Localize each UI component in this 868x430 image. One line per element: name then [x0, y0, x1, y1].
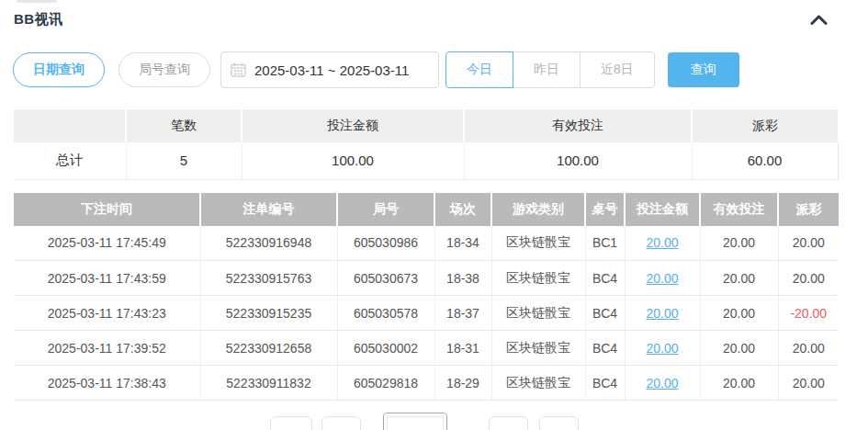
records-header-table-number: 桌号 — [585, 193, 625, 226]
pagination-last-button[interactable] — [539, 416, 579, 430]
cell-payout: 20.00 — [778, 226, 839, 261]
cell-game-type: 区块链骰宝 — [491, 331, 585, 366]
cell-session: 18-34 — [434, 226, 491, 261]
record-row: 2025-03-11 17:43:23522330915235605030578… — [14, 296, 839, 331]
cell-order-number: 522330916948 — [200, 226, 337, 261]
records-header-order-number: 注单编号 — [200, 193, 337, 226]
cell-round-number: 605030986 — [337, 226, 434, 261]
cell-valid-bet: 20.00 — [700, 261, 778, 296]
bet-amount-link[interactable]: 20.00 — [646, 376, 678, 390]
pagination-page-select[interactable] — [383, 413, 447, 430]
calendar-icon — [231, 62, 246, 77]
cell-table-number: BC4 — [585, 331, 625, 366]
cell-bet-amount: 20.00 — [625, 296, 700, 331]
records-header-round-number: 局号 — [337, 193, 434, 226]
bb-video-panel: BB视讯 日期查询 局号查询 2025-03-11 ~ 2025-03-11 — [0, 0, 868, 430]
summary-header-empty — [14, 109, 126, 142]
summary-total-count: 5 — [126, 142, 242, 179]
tab-round-query[interactable]: 局号查询 — [118, 52, 210, 87]
collapse-button[interactable] — [806, 10, 830, 28]
cell-table-number: BC4 — [585, 296, 625, 331]
top-edge-fragment — [17, 0, 57, 3]
cell-payout: 20.00 — [778, 366, 839, 401]
cell-bet-time: 2025-03-11 17:43:23 — [14, 296, 200, 331]
record-row: 2025-03-11 17:38:43522330911832605029818… — [14, 366, 839, 401]
pagination-prev-button[interactable] — [321, 416, 361, 430]
cell-game-type: 区块链骰宝 — [491, 261, 585, 296]
tab-date-query[interactable]: 日期查询 — [13, 52, 105, 87]
record-row: 2025-03-11 17:43:59522330915763605030673… — [14, 261, 839, 296]
bet-amount-link[interactable]: 20.00 — [646, 341, 678, 356]
cell-session: 18-38 — [434, 261, 491, 296]
record-row: 2025-03-11 17:39:52522330912658605030002… — [14, 331, 839, 366]
cell-bet-time: 2025-03-11 17:39:52 — [14, 331, 200, 366]
records-header-bet-time: 下注时间 — [14, 193, 200, 226]
summary-header-valid-bet: 有效投注 — [464, 109, 692, 142]
records-header-session: 场次 — [434, 193, 491, 226]
cell-valid-bet: 20.00 — [700, 331, 778, 366]
pagination-first-button[interactable] — [270, 416, 312, 430]
summary-header-row: 笔数 投注金额 有效投注 派彩 — [14, 109, 838, 142]
summary-total-bet-amount: 100.00 — [242, 142, 464, 179]
date-range-value: 2025-03-11 ~ 2025-03-11 — [254, 62, 409, 78]
cell-bet-amount: 20.00 — [625, 366, 700, 401]
summary-table: 笔数 投注金额 有效投注 派彩 总计 5 100.00 100.00 60.00 — [14, 109, 839, 180]
bet-amount-link[interactable]: 20.00 — [646, 271, 678, 286]
summary-total-label: 总计 — [14, 142, 126, 179]
cell-order-number: 522330912658 — [200, 331, 337, 366]
cell-table-number: BC4 — [585, 366, 625, 401]
quick-range-group: 今日 昨日 近8日 — [445, 51, 655, 88]
summary-total-valid-bet: 100.00 — [464, 142, 692, 179]
record-row: 2025-03-11 17:45:49522330916948605030986… — [14, 226, 839, 261]
cell-payout: -20.00 — [778, 296, 839, 331]
cell-bet-time: 2025-03-11 17:38:43 — [14, 366, 200, 401]
cell-bet-amount: 20.00 — [625, 331, 700, 366]
date-range-input[interactable]: 2025-03-11 ~ 2025-03-11 — [220, 51, 439, 88]
cell-session: 18-37 — [434, 296, 491, 331]
range-yesterday-button[interactable]: 昨日 — [513, 51, 581, 88]
cell-game-type: 区块链骰宝 — [491, 226, 585, 261]
records-header-game-type: 游戏类别 — [491, 193, 585, 226]
pagination-page-select-inner — [387, 416, 444, 430]
cell-session: 18-31 — [434, 331, 491, 366]
cell-order-number: 522330915235 — [200, 296, 337, 331]
cell-valid-bet: 20.00 — [700, 296, 778, 331]
cell-round-number: 605030673 — [337, 261, 434, 296]
summary-header-bet-amount: 投注金额 — [242, 109, 464, 142]
summary-header-payout: 派彩 — [692, 109, 838, 142]
cell-payout: 20.00 — [778, 331, 839, 366]
cell-table-number: BC1 — [585, 226, 625, 261]
cell-session: 18-29 — [434, 366, 491, 401]
records-header-payout: 派彩 — [778, 193, 839, 226]
pagination-next-button[interactable] — [489, 416, 528, 430]
cell-bet-time: 2025-03-11 17:45:49 — [14, 226, 200, 261]
cell-order-number: 522330911832 — [200, 366, 337, 401]
records-header-valid-bet: 有效投注 — [700, 193, 778, 226]
cell-round-number: 605029818 — [337, 366, 434, 401]
cell-round-number: 605030002 — [337, 331, 434, 366]
cell-round-number: 605030578 — [337, 296, 434, 331]
cell-bet-time: 2025-03-11 17:43:59 — [14, 261, 200, 296]
cell-valid-bet: 20.00 — [700, 226, 778, 261]
bet-amount-link[interactable]: 20.00 — [646, 306, 678, 321]
bet-amount-link[interactable]: 20.00 — [646, 235, 678, 250]
cell-payout: 20.00 — [778, 261, 839, 296]
panel-title: BB视讯 — [14, 11, 63, 28]
chevron-up-icon — [810, 15, 828, 25]
summary-total-payout: 60.00 — [692, 142, 838, 179]
query-toolbar: 日期查询 局号查询 2025-03-11 ~ 2025-03-11 今日 昨日 … — [13, 51, 868, 88]
cell-order-number: 522330915763 — [200, 261, 337, 296]
summary-header-count: 笔数 — [126, 109, 242, 142]
cell-game-type: 区块链骰宝 — [491, 366, 585, 401]
cell-bet-amount: 20.00 — [625, 226, 700, 261]
records-header-row: 下注时间 注单编号 局号 场次 游戏类别 桌号 投注金额 有效投注 派彩 — [14, 193, 839, 226]
panel-header: BB视讯 — [0, 0, 868, 28]
cell-bet-amount: 20.00 — [625, 261, 700, 296]
search-button[interactable]: 查询 — [668, 52, 739, 87]
records-table: 下注时间 注单编号 局号 场次 游戏类别 桌号 投注金额 有效投注 派彩 202… — [14, 193, 839, 402]
records-header-bet-amount: 投注金额 — [625, 193, 700, 226]
summary-total-row: 总计 5 100.00 100.00 60.00 — [14, 142, 838, 179]
range-today-button[interactable]: 今日 — [445, 51, 513, 88]
records-tbody: 2025-03-11 17:45:49522330916948605030986… — [14, 226, 839, 401]
range-last8days-button[interactable]: 近8日 — [580, 51, 655, 88]
